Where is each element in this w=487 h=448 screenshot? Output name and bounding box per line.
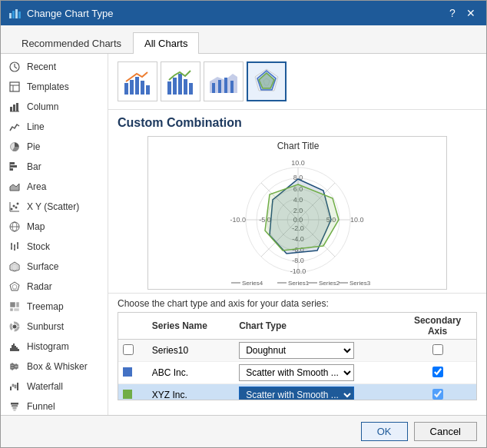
series10-secondary-axis-cell — [399, 340, 476, 362]
thumbnail-4[interactable] — [247, 61, 287, 101]
sidebar-item-scatter[interactable]: X Y (Scatter) — [1, 197, 108, 217]
series10-checkbox[interactable] — [123, 344, 134, 355]
svg-rect-70 — [124, 83, 128, 95]
svg-rect-59 — [10, 387, 12, 390]
sidebar-label-bar: Bar — [27, 161, 41, 172]
chart-preview: Chart Title — [118, 136, 477, 290]
chart-thumbnails — [108, 54, 486, 110]
title-bar: Change Chart Type ? ✕ — [1, 1, 486, 25]
svg-rect-12 — [16, 103, 18, 111]
svg-point-46 — [13, 325, 17, 329]
tab-recommended-charts[interactable]: Recommended Charts — [10, 32, 133, 54]
svg-rect-79 — [189, 83, 193, 95]
funnel-icon — [8, 400, 21, 413]
sidebar-item-funnel[interactable]: Funnel — [1, 397, 108, 415]
svg-text:10.0: 10.0 — [350, 216, 364, 224]
sidebar-label-pie: Pie — [27, 141, 40, 152]
sidebar-item-waterfall[interactable]: Waterfall — [1, 377, 108, 397]
abc-name: ABC Inc. — [147, 362, 234, 384]
sidebar-label-recent: Recent — [27, 61, 56, 72]
data-series-title: Choose the chart type and axis for your … — [118, 294, 477, 312]
col-header-secondary-axis: Secondary Axis — [399, 313, 476, 340]
scatter-icon — [8, 201, 21, 213]
svg-marker-19 — [10, 184, 19, 191]
xyz-name: XYZ Inc. — [147, 384, 234, 401]
data-series-section: Choose the chart type and axis for your … — [108, 293, 486, 407]
sidebar-item-treemap[interactable]: Treemap — [1, 297, 108, 317]
thumbnail-3[interactable] — [204, 61, 244, 101]
xyz-color-indicator — [123, 390, 132, 399]
line-icon — [8, 121, 21, 133]
main-panel: Custom Combination Chart Title — [108, 54, 486, 415]
svg-text:-8.0: -8.0 — [292, 257, 304, 264]
sidebar-item-sunburst[interactable]: Sunburst — [1, 317, 108, 337]
series10-name: Series10 — [147, 340, 234, 362]
sidebar-label-map: Map — [27, 221, 45, 232]
svg-rect-16 — [10, 165, 17, 168]
xyz-secondary-axis-checkbox[interactable] — [432, 389, 443, 400]
svg-rect-61 — [15, 385, 16, 388]
title-bar-controls: ? ✕ — [445, 5, 479, 21]
series10-chart-type-select[interactable]: Doughnut — [239, 342, 354, 359]
chart-svg: Chart Title — [148, 137, 448, 290]
sidebar-item-area[interactable]: Area — [1, 177, 108, 197]
xyz-indicator-cell — [118, 384, 147, 401]
svg-rect-42 — [10, 302, 15, 307]
title-bar-left: Change Chart Type — [8, 7, 114, 19]
xyz-chart-type-select[interactable]: Scatter with Smooth ... — [239, 387, 354, 400]
sidebar-item-bar[interactable]: Bar — [1, 157, 108, 177]
svg-text:Series2: Series2 — [319, 280, 340, 287]
close-button[interactable]: ✕ — [463, 5, 479, 21]
sidebar-item-templates[interactable]: Templates — [1, 77, 108, 97]
abc-secondary-axis-checkbox[interactable] — [432, 367, 443, 377]
svg-rect-82 — [218, 80, 221, 93]
sidebar-label-templates: Templates — [27, 81, 69, 92]
bar-icon — [8, 161, 21, 173]
svg-rect-83 — [224, 78, 227, 93]
svg-rect-74 — [146, 85, 150, 95]
svg-rect-76 — [173, 78, 177, 95]
sunburst-icon — [8, 320, 21, 333]
pie-icon — [8, 141, 21, 153]
series10-checkbox-cell — [118, 340, 147, 362]
sidebar-item-map[interactable]: Map — [1, 217, 108, 237]
svg-line-6 — [15, 67, 17, 68]
abc-chart-type-select[interactable]: Scatter with Smooth ... — [239, 364, 354, 381]
chart-preview-area: Custom Combination Chart Title — [108, 110, 486, 293]
svg-text:-10.0: -10.0 — [290, 267, 306, 275]
sidebar-label-line: Line — [27, 121, 45, 132]
svg-rect-84 — [230, 81, 234, 93]
sidebar-item-surface[interactable]: Surface — [1, 257, 108, 277]
sidebar-item-recent[interactable]: Recent — [1, 57, 108, 77]
svg-rect-50 — [13, 343, 15, 351]
series-row-xyz: XYZ Inc. Scatter with Smooth ... — [118, 384, 476, 401]
xyz-select-wrapper: Scatter with Smooth ... — [239, 387, 394, 400]
sidebar-label-area: Area — [27, 181, 46, 192]
series10-secondary-axis-checkbox[interactable] — [432, 344, 443, 355]
thumbnail-2[interactable] — [161, 61, 200, 101]
cancel-button[interactable]: Cancel — [414, 422, 477, 441]
chart-and-series: Custom Combination Chart Title — [108, 110, 486, 415]
chart-title-text: Chart Title — [277, 141, 320, 151]
chart-container: Chart Title — [147, 136, 447, 290]
abc-indicator-cell — [118, 362, 147, 384]
thumbnail-1[interactable] — [118, 61, 157, 101]
sidebar-item-radar[interactable]: Radar — [1, 277, 108, 297]
sidebar-label-boxwhisker: Box & Whisker — [27, 361, 88, 372]
col-header-series-name: Series Name — [147, 313, 234, 340]
title-bar-title: Change Chart Type — [27, 8, 114, 19]
sidebar-item-column[interactable]: Column — [1, 97, 108, 117]
sidebar-item-histogram[interactable]: Histogram — [1, 337, 108, 357]
sidebar-item-boxwhisker[interactable]: Box & Whisker — [1, 357, 108, 377]
sidebar-item-stock[interactable]: Stock — [1, 237, 108, 257]
sidebar-item-pie[interactable]: Pie — [1, 137, 108, 157]
template-icon — [8, 81, 21, 93]
svg-rect-43 — [16, 302, 19, 307]
ok-button[interactable]: OK — [361, 422, 408, 441]
svg-rect-7 — [10, 82, 19, 91]
svg-rect-53 — [18, 349, 19, 351]
tab-all-charts[interactable]: All Charts — [133, 32, 199, 54]
svg-rect-60 — [12, 384, 14, 387]
sidebar-item-line[interactable]: Line — [1, 117, 108, 137]
help-button[interactable]: ? — [445, 5, 460, 21]
